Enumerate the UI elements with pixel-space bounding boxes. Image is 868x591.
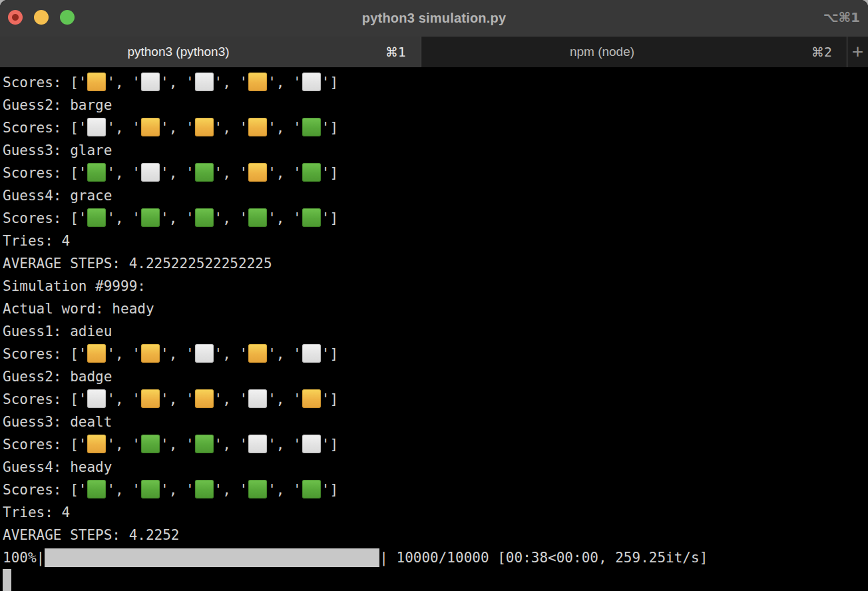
terminal-line: Guess3: glare [3, 139, 868, 162]
new-tab-button[interactable]: + [847, 37, 868, 67]
terminal-line: Scores: ['', '', '', '', ''] [3, 116, 868, 139]
green-square-emoji [302, 208, 321, 227]
terminal-line: Simulation #9999: [3, 275, 868, 297]
terminal-line: Scores: ['', '', '', '', ''] [3, 433, 868, 456]
terminal-line: Actual word: heady [3, 297, 868, 320]
terminal-line: Guess1: adieu [3, 320, 868, 343]
terminal-output: Scores: ['', '', '', '', '']Guess2: barg… [0, 67, 868, 591]
window-title: python3 simulation.py [0, 11, 868, 26]
white-square-emoji [141, 163, 160, 182]
terminal-line: Scores: ['', '', '', '', ''] [3, 71, 868, 94]
window-controls [8, 10, 75, 25]
green-square-emoji [141, 480, 160, 498]
green-square-emoji [248, 480, 267, 498]
terminal-line: Guess2: barge [3, 94, 868, 116]
green-square-emoji [87, 480, 106, 498]
terminal-line: AVERAGE STEPS: 4.2252 [3, 524, 868, 546]
yellow-square-emoji [302, 389, 321, 408]
terminal-cursor [3, 569, 11, 591]
yellow-square-emoji [87, 435, 106, 453]
white-square-emoji [195, 73, 214, 91]
white-square-emoji [87, 389, 106, 408]
terminal-line: Guess4: heady [3, 456, 868, 479]
green-square-emoji [87, 163, 106, 182]
terminal-line: Tries: 4 [3, 501, 868, 524]
tab-label: npm (node) [421, 45, 783, 59]
yellow-square-emoji [195, 389, 214, 408]
yellow-square-emoji [248, 118, 267, 136]
green-square-emoji [87, 208, 106, 227]
green-square-emoji [195, 208, 214, 227]
yellow-square-emoji [87, 73, 106, 91]
progress-bar [45, 548, 379, 567]
white-square-emoji [302, 435, 321, 453]
green-square-emoji [248, 208, 267, 227]
white-square-emoji [302, 344, 321, 363]
green-square-emoji [195, 435, 214, 453]
tab-label: python3 (python3) [0, 45, 357, 59]
white-square-emoji [87, 118, 106, 136]
yellow-square-emoji [141, 118, 160, 136]
green-square-emoji [195, 480, 214, 498]
white-square-emoji [302, 73, 321, 91]
terminal-line: AVERAGE STEPS: 4.225222522252225 [3, 252, 868, 275]
tab-shortcut-hint: ⌘2 [811, 45, 832, 59]
maximize-button[interactable] [60, 10, 75, 25]
yellow-square-emoji [195, 118, 214, 136]
close-button[interactable] [8, 10, 23, 25]
title-bar: python3 simulation.py ⌥⌘1 [0, 0, 868, 37]
green-square-emoji [141, 208, 160, 227]
yellow-square-emoji [141, 389, 160, 408]
terminal-line: Scores: ['', '', '', '', ''] [3, 162, 868, 184]
terminal-line: Scores: ['', '', '', '', ''] [3, 207, 868, 230]
window-shortcut-hint: ⌥⌘1 [823, 9, 860, 25]
terminal-window: python3 simulation.py ⌥⌘1 python3 (pytho… [0, 0, 868, 591]
terminal-line: Scores: ['', '', '', '', ''] [3, 388, 868, 411]
yellow-square-emoji [248, 73, 267, 91]
green-square-emoji [302, 118, 321, 136]
tab-python3[interactable]: python3 (python3) ⌘1 [0, 37, 421, 67]
terminal-line: Guess2: badge [3, 365, 868, 388]
terminal-line: Guess3: dealt [3, 411, 868, 433]
yellow-square-emoji [141, 344, 160, 363]
terminal-line: Scores: ['', '', '', '', ''] [3, 343, 868, 365]
yellow-square-emoji [248, 163, 267, 182]
minimize-button[interactable] [34, 10, 49, 25]
terminal-line: Tries: 4 [3, 230, 868, 252]
tab-npm[interactable]: npm (node) ⌘2 [421, 37, 847, 67]
green-square-emoji [302, 163, 321, 182]
terminal-line [3, 569, 868, 591]
terminal-line: Scores: ['', '', '', '', ''] [3, 479, 868, 501]
yellow-square-emoji [87, 344, 106, 363]
white-square-emoji [248, 389, 267, 408]
tab-shortcut-hint: ⌘1 [385, 45, 406, 59]
terminal-line: 100%|| 10000/10000 [00:38<00:00, 259.25i… [3, 546, 868, 569]
tab-bar: python3 (python3) ⌘1 npm (node) ⌘2 + [0, 37, 868, 67]
green-square-emoji [195, 163, 214, 182]
white-square-emoji [248, 435, 267, 453]
green-square-emoji [302, 480, 321, 498]
white-square-emoji [195, 344, 214, 363]
yellow-square-emoji [248, 344, 267, 363]
terminal-line: Guess4: grace [3, 184, 868, 207]
green-square-emoji [141, 435, 160, 453]
white-square-emoji [141, 73, 160, 91]
